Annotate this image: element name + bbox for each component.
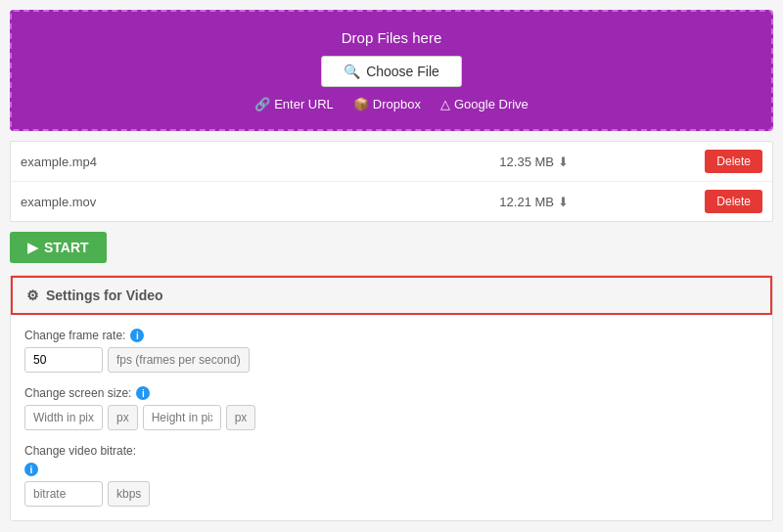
link-icon: 🔗: [254, 97, 270, 111]
search-icon: 🔍: [344, 64, 360, 79]
enter-url-link[interactable]: 🔗 Enter URL: [254, 97, 334, 111]
width-input[interactable]: [24, 405, 103, 430]
dropbox-icon: 📦: [353, 97, 369, 111]
file-name: example.mov: [21, 195, 363, 209]
video-settings-body: Change frame rate: i fps (frames per sec…: [11, 315, 772, 520]
choose-file-button[interactable]: 🔍 Choose File: [321, 56, 462, 87]
bitrate-label: Change video bitrate:: [24, 444, 759, 458]
start-button-top[interactable]: ▶ START: [10, 232, 107, 263]
bitrate-setting: Change video bitrate: i kbps: [24, 444, 759, 507]
bitrate-unit: kbps: [108, 481, 150, 507]
table-row: example.mp4 12.35 MB ⬇ Delete: [11, 142, 772, 182]
table-row: example.mov 12.21 MB ⬇ Delete: [11, 182, 772, 221]
enter-url-label: Enter URL: [274, 97, 334, 111]
drop-zone: Drop Files here 🔍 Choose File 🔗 Enter UR…: [10, 10, 773, 131]
file-size: 12.21 MB ⬇: [363, 195, 706, 209]
height-input[interactable]: [143, 405, 221, 430]
screen-size-input-group: px px: [24, 405, 759, 430]
google-drive-label: Google Drive: [454, 97, 529, 111]
height-unit: px: [226, 405, 256, 430]
bitrate-input-group: kbps: [24, 481, 759, 507]
video-settings-title: Settings for Video: [46, 288, 163, 303]
file-list: example.mp4 12.35 MB ⬇ Delete example.mo…: [10, 141, 773, 222]
video-settings-panel: ⚙ Settings for Video Change frame rate: …: [10, 275, 773, 521]
google-drive-icon: △: [440, 97, 450, 111]
drop-links: 🔗 Enter URL 📦 Dropbox △ Google Drive: [29, 97, 754, 111]
screen-size-info-icon[interactable]: i: [136, 386, 150, 400]
bitrate-input[interactable]: [24, 481, 103, 507]
frame-rate-unit: fps (frames per second): [108, 347, 250, 373]
upload-icon: ⬇: [558, 195, 569, 209]
choose-file-label: Choose File: [366, 64, 439, 79]
upload-icon: ⬇: [558, 155, 569, 169]
file-name: example.mp4: [21, 155, 363, 169]
frame-rate-setting: Change frame rate: i fps (frames per sec…: [24, 329, 759, 373]
gear-icon: ⚙: [26, 288, 39, 303]
frame-rate-input-group: fps (frames per second): [24, 347, 759, 373]
frame-rate-info-icon[interactable]: i: [130, 329, 144, 342]
google-drive-link[interactable]: △ Google Drive: [440, 97, 529, 111]
bitrate-info-row: i: [24, 463, 759, 476]
frame-rate-label: Change frame rate: i: [24, 329, 759, 342]
file-size: 12.35 MB ⬇: [363, 155, 706, 169]
delete-button[interactable]: Delete: [705, 150, 762, 173]
start-arrow-icon: ▶: [27, 240, 38, 255]
dropbox-label: Dropbox: [373, 97, 421, 111]
delete-button[interactable]: Delete: [705, 190, 762, 213]
dropbox-link[interactable]: 📦 Dropbox: [353, 97, 421, 111]
screen-size-setting: Change screen size: i px px: [24, 386, 759, 430]
frame-rate-input[interactable]: [24, 347, 103, 373]
video-settings-header: ⚙ Settings for Video: [11, 276, 772, 315]
screen-size-label: Change screen size: i: [24, 386, 759, 400]
page-wrapper: Drop Files here 🔍 Choose File 🔗 Enter UR…: [0, 0, 783, 532]
drop-zone-heading: Drop Files here: [29, 29, 754, 46]
bitrate-info-icon[interactable]: i: [24, 463, 38, 476]
width-unit: px: [108, 405, 138, 430]
start-label: START: [44, 240, 89, 255]
